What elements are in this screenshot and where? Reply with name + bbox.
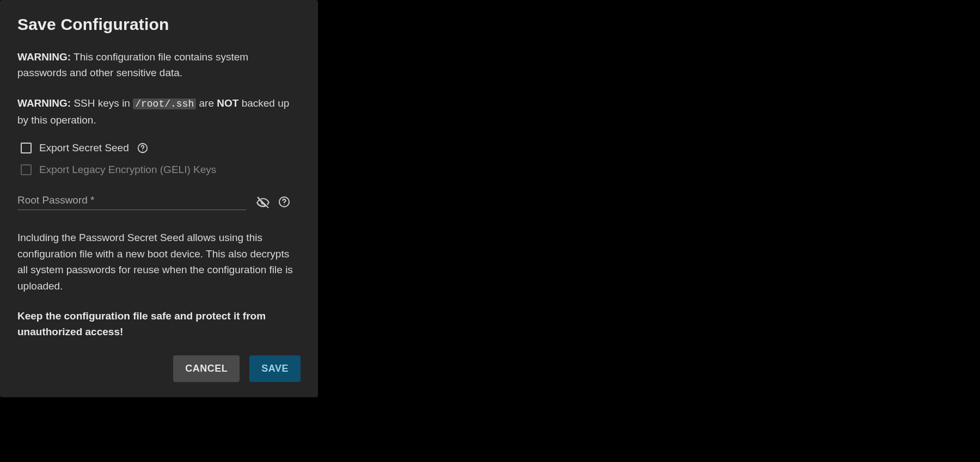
warning-not: NOT — [217, 97, 238, 109]
root-password-field[interactable] — [17, 192, 246, 210]
warning-prefix: WARNING: — [17, 97, 71, 109]
cancel-button[interactable]: Cancel — [173, 355, 240, 382]
checkbox-unchecked-icon — [21, 164, 32, 175]
warning-sensitive-data: WARNING: This configuration file contain… — [17, 49, 301, 81]
svg-point-3 — [284, 204, 285, 205]
checkbox-label: Export Legacy Encryption (GELI) Keys — [39, 164, 216, 176]
checkbox-label: Export Secret Seed — [39, 142, 129, 154]
info-paragraph: Including the Password Secret Seed allow… — [17, 230, 301, 294]
ssh-path-code: /root/.ssh — [133, 98, 196, 109]
root-password-row — [17, 192, 301, 210]
keep-safe-paragraph: Keep the configuration file safe and pro… — [17, 308, 301, 340]
root-password-input[interactable] — [17, 192, 246, 210]
save-button[interactable]: Save — [249, 355, 301, 382]
warning-prefix: WARNING: — [17, 51, 71, 63]
warning-body-2: are — [196, 97, 217, 109]
export-geli-keys-row: Export Legacy Encryption (GELI) Keys — [21, 164, 301, 176]
checkbox-unchecked-icon[interactable] — [21, 143, 32, 153]
export-secret-seed-row[interactable]: Export Secret Seed — [21, 142, 301, 154]
visibility-off-icon[interactable] — [256, 195, 268, 207]
help-icon[interactable] — [278, 195, 290, 207]
help-icon[interactable] — [137, 142, 149, 154]
warning-ssh-keys: WARNING: SSH keys in /root/.ssh are NOT … — [17, 95, 301, 128]
save-configuration-dialog: Save Configuration WARNING: This configu… — [0, 0, 318, 397]
svg-point-1 — [142, 150, 143, 151]
dialog-title: Save Configuration — [17, 15, 301, 34]
warning-body-1: SSH keys in — [71, 97, 133, 109]
dialog-actions: Cancel Save — [17, 355, 301, 382]
